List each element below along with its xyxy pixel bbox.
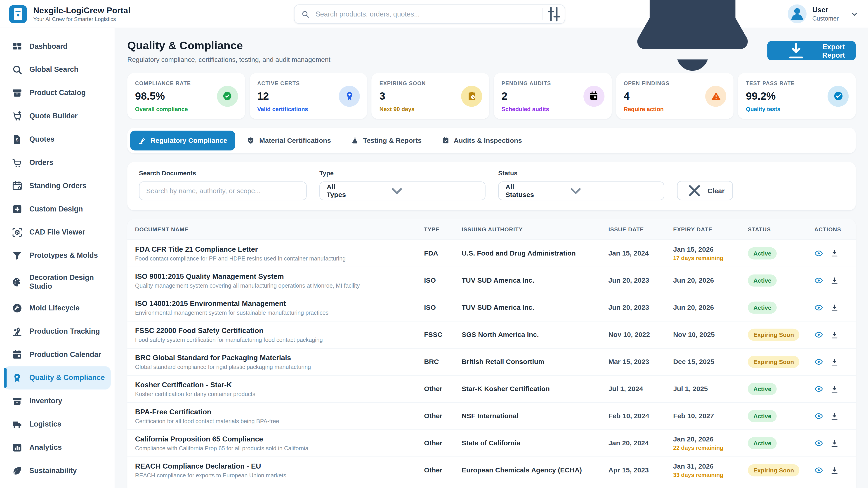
view-document-button[interactable] — [814, 385, 823, 393]
type-cell: FSSC — [424, 331, 462, 338]
sliders-icon — [543, 5, 565, 23]
download-document-button[interactable] — [830, 412, 839, 420]
stat-sub: Next 90 days — [379, 106, 482, 112]
sidebar-item-cad-file-viewer[interactable]: CAD File Viewer — [4, 221, 111, 244]
sidebar-item-label: CAD File Viewer — [29, 228, 85, 236]
view-document-button[interactable] — [814, 303, 823, 312]
download-document-button[interactable] — [830, 385, 839, 393]
app-title-block: Nexgile-LogiCrew Portal Your AI Crew for… — [33, 5, 130, 22]
sidebar-item-quote-builder[interactable]: Quote Builder — [4, 105, 111, 128]
notifications-button[interactable] — [610, 0, 776, 97]
sidebar-item-orders[interactable]: Orders — [4, 151, 111, 174]
download-document-button[interactable] — [830, 303, 839, 312]
view-document-button[interactable] — [814, 276, 823, 285]
container-icon — [9, 5, 27, 23]
sidebar-item-dashboard[interactable]: Dashboard — [4, 35, 111, 58]
view-document-button[interactable] — [814, 466, 823, 475]
tab-regulatory-compliance[interactable]: Regulatory Compliance — [130, 131, 236, 151]
sidebar-item-production-calendar[interactable]: Production Calendar — [4, 343, 111, 366]
issue-date-cell: Mar 15, 2023 — [608, 358, 673, 365]
type-filter-label: Type — [319, 170, 486, 176]
view-document-button[interactable] — [814, 249, 823, 258]
sidebar-item-label: Orders — [29, 158, 53, 167]
sidebar-item-label: Production Calendar — [29, 350, 101, 359]
stat-label: PENDING AUDITS — [502, 80, 604, 86]
view-document-button[interactable] — [814, 357, 823, 366]
sidebar-item-mold-lifecycle[interactable]: Mold Lifecycle — [4, 297, 111, 320]
sidebar-item-production-tracking[interactable]: Production Tracking — [4, 320, 111, 343]
document-description: Food safety system certification for man… — [135, 337, 424, 343]
stat-sub: Valid certifications — [257, 106, 360, 112]
download-document-button[interactable] — [830, 466, 839, 475]
type-cell: FDA — [424, 249, 462, 257]
wrench-icon — [11, 303, 23, 314]
sidebar-item-decoration-design-studio[interactable]: Decoration Design Studio — [4, 267, 111, 297]
sidebar-item-inventory[interactable]: Inventory — [4, 390, 111, 413]
status-filter-label: Status — [498, 170, 664, 176]
calendar-audit-icon — [583, 86, 604, 106]
type-cell: Other — [424, 466, 462, 474]
expiry-date-cell: Feb 10, 2027 — [673, 412, 748, 420]
export-report-button[interactable]: Export Report — [767, 41, 856, 60]
sidebar-item-custom-design[interactable]: Custom Design — [4, 197, 111, 221]
search-input[interactable] — [314, 10, 542, 19]
search-filter-button[interactable] — [543, 5, 565, 23]
eye-icon — [814, 303, 823, 312]
expiry-date: Jun 20, 2026 — [673, 276, 748, 284]
eye-icon — [814, 439, 823, 448]
download-document-button[interactable] — [830, 249, 839, 258]
tab-audits-inspections[interactable]: Audits & Inspections — [433, 131, 530, 151]
sidebar-item-logistics[interactable]: Logistics — [4, 413, 111, 436]
user-menu-button[interactable] — [850, 9, 859, 19]
download-document-button[interactable] — [830, 276, 839, 285]
table-row: BRC Global Standard for Packaging Materi… — [127, 348, 856, 375]
table-row: FDA CFR Title 21 Compliance LetterFood c… — [127, 239, 856, 267]
sidebar-item-global-search[interactable]: Global Search — [4, 58, 111, 81]
status-cell: Active — [748, 410, 814, 422]
stat-label: ACTIVE CERTS — [257, 80, 360, 86]
sidebar-item-quality-compliance[interactable]: Quality & Compliance — [4, 366, 111, 390]
tab-testing-reports[interactable]: Testing & Reports — [343, 131, 430, 151]
status-badge: Active — [748, 247, 777, 259]
column-header-document-name: DOCUMENT NAME — [135, 226, 424, 232]
view-document-button[interactable] — [814, 412, 823, 420]
download-document-button[interactable] — [830, 330, 839, 339]
sidebar-item-standing-orders[interactable]: Standing Orders — [4, 174, 111, 197]
status-select[interactable]: All Statuses — [498, 182, 664, 200]
table-row: California Proposition 65 ComplianceComp… — [127, 429, 856, 456]
type-select[interactable]: All Types — [319, 182, 486, 200]
sidebar-item-analytics[interactable]: Analytics — [4, 436, 111, 459]
document-name: BPA-Free Certification — [135, 408, 424, 416]
tab-material-certifications[interactable]: Material Certifications — [239, 131, 339, 151]
view-document-button[interactable] — [814, 439, 823, 448]
avatar[interactable] — [788, 4, 807, 23]
actions-cell — [814, 439, 848, 448]
download-document-button[interactable] — [830, 357, 839, 366]
person-icon — [788, 4, 807, 23]
sidebar-item-prototypes-molds[interactable]: Prototypes & Molds — [4, 244, 111, 267]
shield-check-icon — [247, 137, 255, 144]
type-cell: BRC — [424, 358, 462, 365]
sidebar-item-label: Inventory — [29, 397, 62, 405]
download-document-button[interactable] — [830, 439, 839, 448]
sidebar-item-product-catalog[interactable]: Product Catalog — [4, 81, 111, 105]
view-document-button[interactable] — [814, 330, 823, 339]
clear-filters-button[interactable]: Clear — [677, 181, 733, 200]
bar-chart-icon — [11, 442, 23, 453]
document-description: Certification for all food contact mater… — [135, 418, 424, 424]
stat-card-active-certs: ACTIVE CERTS12Valid certifications — [250, 73, 367, 119]
status-cell: Active — [748, 383, 814, 395]
type-cell: ISO — [424, 276, 462, 284]
document-name: California Proposition 65 Compliance — [135, 435, 424, 443]
download-icon — [830, 466, 839, 475]
stat-label: EXPIRING SOON — [379, 80, 482, 86]
user-block: User Customer — [812, 6, 839, 22]
sidebar-item-quotes[interactable]: $Quotes — [4, 128, 111, 151]
check-badge-icon — [217, 86, 238, 106]
gavel-icon — [138, 137, 146, 144]
expiry-date-cell: Jan 20, 202622 days remaining — [673, 435, 748, 451]
column-header-status: STATUS — [748, 226, 814, 232]
document-search-input[interactable] — [139, 182, 307, 200]
sidebar-item-sustainability[interactable]: Sustainability — [4, 459, 111, 483]
tab-label: Audits & Inspections — [454, 137, 522, 144]
